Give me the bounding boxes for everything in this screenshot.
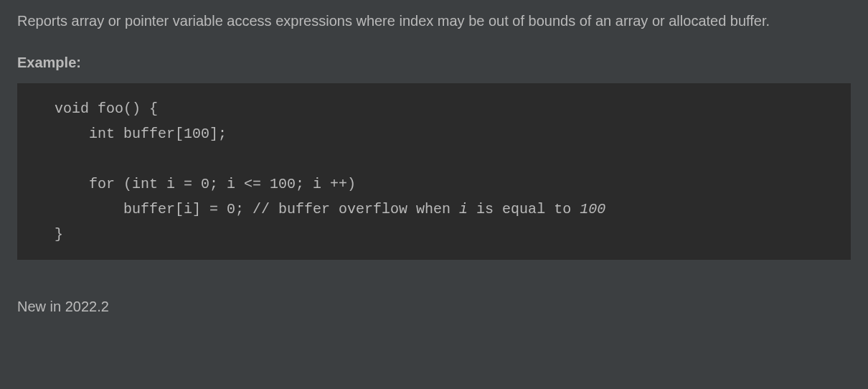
code-line-5-num: 100 (580, 201, 605, 217)
example-heading: Example: (17, 52, 851, 73)
code-line-2: int buffer[100]; (55, 126, 227, 142)
code-line-5-pre: buffer[i] = 0; // buffer overflow when (55, 201, 459, 217)
code-line-6: } (55, 226, 63, 243)
version-note: New in 2022.2 (17, 296, 851, 317)
code-line-5-var-i: i (459, 201, 468, 217)
code-line-5-mid: is equal to (468, 201, 580, 217)
inspection-description: Reports array or pointer variable access… (17, 10, 851, 32)
code-line-1: void foo() { (55, 100, 158, 117)
code-example-block: void foo() { int buffer[100]; for (int i… (17, 83, 851, 260)
code-line-4: for (int i = 0; i <= 100; i ++) (55, 176, 356, 192)
